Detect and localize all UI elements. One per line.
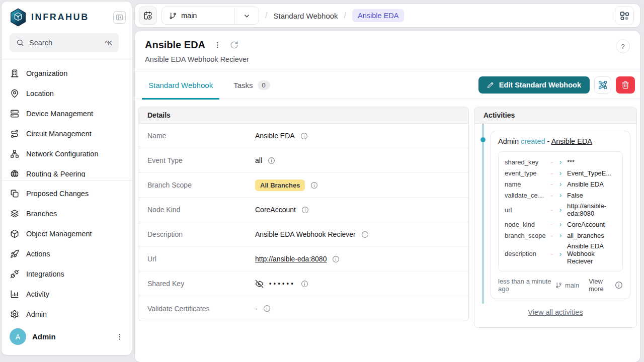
breadcrumb-current[interactable]: Ansible EDA [352,9,404,22]
user-kebab-icon[interactable] [116,333,124,341]
info-icon[interactable] [263,305,271,312]
info-icon[interactable] [615,281,623,289]
detail-row-description: Description Ansible EDA Webhook Reciever [138,222,468,247]
activity-property-description: description-›Ansible EDA Webhook Recieve… [505,241,616,266]
branch-scope-badge: All Branches [255,179,305,191]
sidebar-nav: OrganizationLocationDevice ManagementCir… [2,59,132,324]
sidebar-item-proposed-changes[interactable]: Proposed Changes [2,184,132,204]
sidebar-item-object-management[interactable]: Object Management [2,224,132,244]
detail-row-validate-certificates: Validate Certificates - [138,296,468,321]
delete-button[interactable] [616,76,635,94]
nav-divider [2,180,132,180]
activity-timeline: Admin created - Ansible EDA shared_key-›… [480,131,630,299]
object-group-icon [598,80,607,89]
sidebar-item-device-management[interactable]: Device Management [2,104,132,124]
copy-diff-icon [10,189,19,198]
activity-timestamp: less than a minute ago [498,278,551,293]
change-arrow-icon: › [558,206,563,214]
page-title: Ansible EDA [145,39,205,51]
page-card: Ansible EDA [135,31,640,362]
activity-title: Admin created - Ansible EDA [498,137,623,145]
info-icon[interactable] [361,231,369,238]
activity-property-url: url-›http://ansible-eda:8080 [505,201,616,219]
user-menu[interactable]: A Admin [2,328,132,355]
activity-actor: Admin [498,137,519,145]
info-icon[interactable] [301,280,308,288]
map-pin-icon [10,89,19,98]
view-more-link[interactable]: View more [589,278,611,293]
rocket-icon [10,249,19,258]
breadcrumb-separator: / [344,11,346,20]
detail-row-shared-key: Shared Key •••••• [138,272,468,296]
sidebar-item-location[interactable]: Location [2,83,132,104]
change-arrow-icon: › [558,191,563,199]
tab-tasks[interactable]: Tasks 0 [227,71,277,99]
info-icon[interactable] [310,182,318,189]
previous-value-dash: - [550,250,554,257]
apps-button[interactable] [615,6,634,25]
activity-property-validate-certificates: validate_certificates-›False [505,190,616,201]
manage-groups-button[interactable] [594,76,611,94]
detail-value-event-type: all [255,156,262,164]
view-all-activities-link[interactable]: View all activities [480,308,630,316]
user-name: Admin [32,332,56,341]
sidebar-item-circuit-management[interactable]: Circuit Management [2,124,132,144]
tab-standard-webhook[interactable]: Standard Webhook [142,71,219,99]
panel-collapse-icon [116,14,123,21]
info-icon[interactable] [301,206,309,214]
detail-value-name: Ansible EDA [255,132,295,140]
branch-selector-value: main [181,12,197,20]
infrahub-logo-icon [10,8,27,27]
detail-value-node-kind: CoreAccount [255,206,296,214]
previous-value-dash: - [550,158,554,166]
activity-property-node-kind: node_kind-›CoreAccount [505,219,616,230]
sidebar-item-admin[interactable]: Admin [2,304,132,324]
timeframe-button[interactable] [139,7,157,25]
sidebar-item-integrations[interactable]: Integrations [2,264,132,284]
info-icon[interactable] [268,157,275,164]
page-header: Ansible EDA [135,31,640,71]
info-icon[interactable] [332,255,340,263]
bar-chart-icon [10,290,19,299]
branch-selector[interactable]: main [162,7,259,25]
activity-property-event-type: event_type-›Event_TypeE... [505,167,616,178]
change-arrow-icon: › [558,169,563,177]
chevron-down-icon [243,12,251,20]
sidebar-item-activity[interactable]: Activity [2,284,132,304]
sidebar-item-organization[interactable]: Organization [2,63,132,83]
avatar: A [10,328,26,345]
tasks-count-badge: 0 [258,80,270,90]
previous-value-dash: - [550,192,554,199]
sidebar-item-branches[interactable]: Branches [2,204,132,224]
breadcrumb-separator: / [265,11,267,20]
details-panel-title: Details [138,107,468,124]
sidebar-item-network-configuration[interactable]: Network Configuration [2,144,132,164]
edit-button[interactable]: Edit Standard Webhook [478,76,590,94]
breadcrumb-parent[interactable]: Standard Webhook [273,12,338,20]
eye-off-icon[interactable] [255,280,264,288]
change-arrow-icon: › [558,158,563,166]
object-kebab-menu[interactable] [214,41,221,49]
activity-branch: main [555,282,579,289]
search-shortcut: ^K [105,39,112,47]
nav-section-objects: OrganizationLocationDevice ManagementCir… [2,63,132,177]
sidebar-item-routing-peering[interactable]: Routing & Peering [2,164,132,177]
branch-selector-caret[interactable] [234,7,259,24]
building-icon [10,69,19,78]
info-icon[interactable] [300,132,308,140]
search-input[interactable]: Search ^K [10,33,119,52]
detail-row-node-kind: Node Kind CoreAccount [138,198,468,222]
content-area: Details Name Ansible EDA Event Type all [135,99,640,362]
url-link[interactable]: http://ansible-eda:8080 [255,255,327,263]
sidebar-item-actions[interactable]: Actions [2,244,132,264]
page-subtitle: Ansible EDA Webhook Reciever [145,55,249,63]
refresh-button[interactable] [230,41,238,49]
main-column: main / Standard Webhook / Ansible EDA [135,4,640,362]
help-button[interactable]: ? [616,39,630,53]
detail-row-branch-scope: Branch Scope All Branches [138,173,468,198]
sidebar-collapse-button[interactable] [113,11,126,24]
details-panel: Details Name Ansible EDA Event Type all [138,107,469,321]
activity-target-link[interactable]: Ansible EDA [551,137,592,145]
nav-section-platform: Proposed ChangesBranchesObject Managemen… [2,184,132,324]
cube-icon [10,229,19,238]
